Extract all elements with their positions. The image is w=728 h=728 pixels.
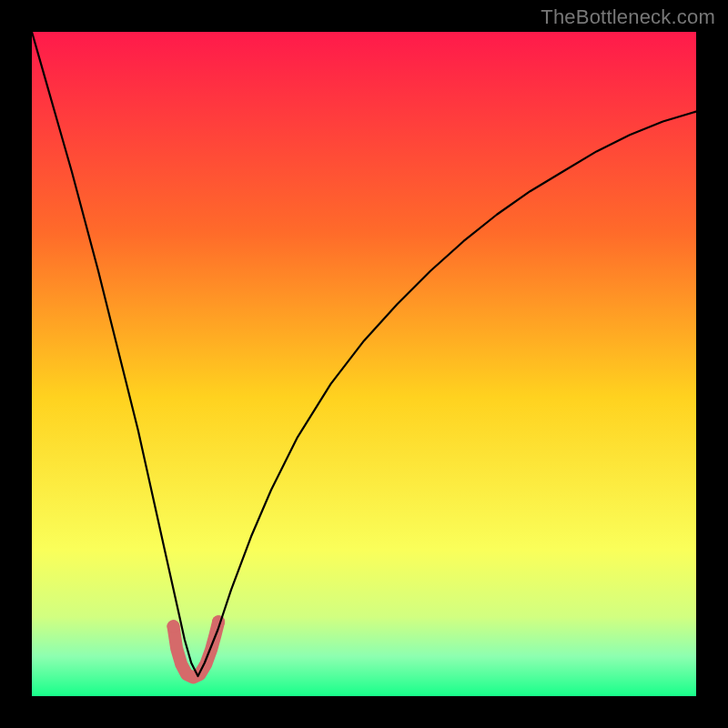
optimal-range-end <box>167 620 179 632</box>
watermark-text: TheBottleneck.com <box>541 5 715 29</box>
plot-area <box>32 32 696 696</box>
gradient-background <box>32 32 696 696</box>
chart-frame: TheBottleneck.com <box>0 0 728 728</box>
plot-svg <box>32 32 696 696</box>
